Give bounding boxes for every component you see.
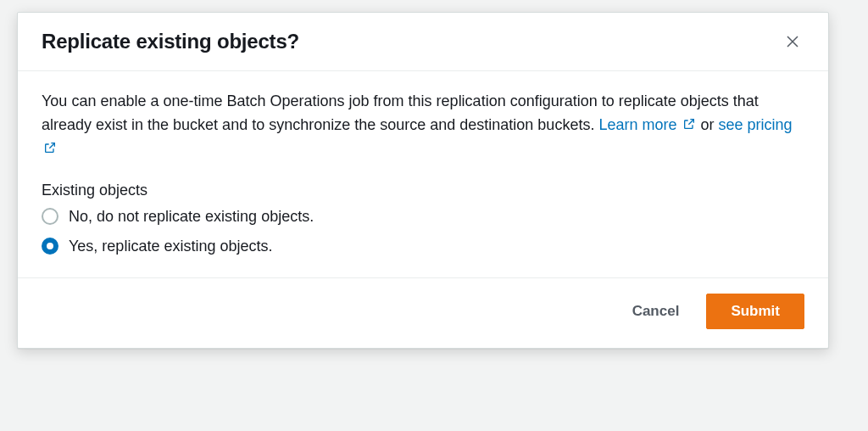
- external-link-icon: [682, 117, 696, 131]
- see-pricing-label: see pricing: [719, 116, 793, 133]
- dialog-header: Replicate existing objects?: [18, 13, 828, 71]
- radio-option-no-label: No, do not replicate existing objects.: [69, 208, 314, 226]
- radio-checked-icon: [42, 238, 58, 255]
- dialog-title: Replicate existing objects?: [42, 30, 299, 53]
- close-icon: [785, 34, 800, 49]
- dialog-footer: Cancel Submit: [18, 277, 828, 348]
- external-link-icon: [43, 141, 57, 154]
- dialog-description: You can enable a one-time Batch Operatio…: [42, 90, 804, 161]
- radio-option-yes[interactable]: Yes, replicate existing objects.: [42, 238, 804, 255]
- existing-objects-label: Existing objects: [42, 182, 804, 199]
- radio-option-no[interactable]: No, do not replicate existing objects.: [42, 208, 804, 226]
- dialog-body: You can enable a one-time Batch Operatio…: [18, 71, 828, 277]
- learn-more-label: Learn more: [598, 116, 676, 133]
- submit-button[interactable]: Submit: [706, 294, 804, 329]
- learn-more-link[interactable]: Learn more: [598, 116, 696, 133]
- close-button[interactable]: [781, 30, 804, 53]
- cancel-button[interactable]: Cancel: [617, 294, 695, 328]
- radio-unchecked-icon: [42, 208, 58, 225]
- description-between: or: [696, 116, 718, 133]
- radio-option-yes-label: Yes, replicate existing objects.: [69, 238, 272, 255]
- replicate-existing-objects-dialog: Replicate existing objects? You can enab…: [17, 12, 829, 349]
